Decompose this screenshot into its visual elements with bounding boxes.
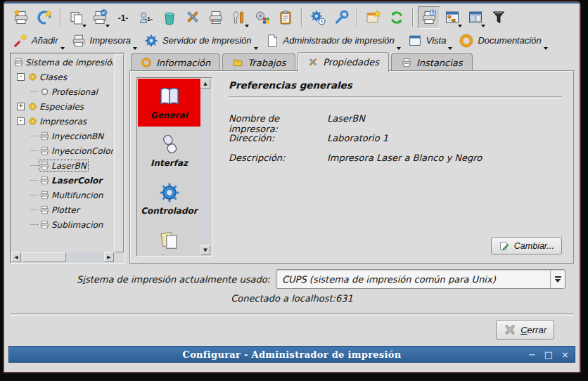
view-layout-button[interactable] xyxy=(464,6,487,29)
menu-vista-button[interactable]: Vista xyxy=(404,31,455,51)
tab-informacion[interactable]: Información xyxy=(131,53,220,71)
tree-horizontal-scrollbar[interactable]: ◀ ▶ xyxy=(11,252,114,262)
tree-vertical-scrollbar[interactable] xyxy=(114,54,124,252)
tree-item-label: Impresoras xyxy=(38,117,88,127)
chevron-down-icon[interactable] xyxy=(550,270,565,288)
tree-item-especiales[interactable]: +Especiales xyxy=(12,99,113,114)
tree-item-inyeccioncolor[interactable]: InyeccionColor xyxy=(12,143,113,158)
icon-list-scrollbar[interactable]: ▲ ▼ xyxy=(200,79,211,255)
tree-item-laserbn[interactable]: LaserBN xyxy=(12,158,113,173)
close-button[interactable]: Cerrar xyxy=(496,320,554,340)
tree-item-sublimacion[interactable]: Sublimacion xyxy=(12,217,113,232)
icon-list-label: Interfaz xyxy=(151,158,188,168)
tree-item-inyeccionbn[interactable]: InyeccionBN xyxy=(12,129,113,143)
menu-documentacion-button[interactable]: Documentación xyxy=(456,31,549,51)
configure-printer-button[interactable] xyxy=(181,6,204,29)
tree-guide xyxy=(30,195,38,195)
test-page-icon xyxy=(207,9,224,26)
change-button[interactable]: Cambiar... xyxy=(491,237,562,254)
svg-text:-1-: -1- xyxy=(145,15,153,22)
scroll-down-icon[interactable]: ▼ xyxy=(200,245,210,255)
add-special-printer-button[interactable] xyxy=(33,6,56,29)
divider xyxy=(229,96,562,99)
remove-printer-button[interactable]: -1- xyxy=(112,6,134,29)
tree-item-multifuncion[interactable]: Multifuncion xyxy=(12,188,113,202)
view-columns-icon xyxy=(467,9,484,26)
toolbar-separator xyxy=(301,8,302,27)
wrench-blue-icon xyxy=(333,9,350,26)
property-row: Descripción:Impresora Laser a Blanco y N… xyxy=(229,153,562,172)
server-configuration-button[interactable] xyxy=(307,6,329,29)
view-icons-button[interactable] xyxy=(441,6,464,29)
tab-instancias[interactable]: Instancias xyxy=(391,53,473,71)
page-rotulos[interactable]: Rótulos xyxy=(138,222,200,255)
close-button-label: Cerrar xyxy=(520,325,547,335)
scroll-right-icon[interactable]: ▶ xyxy=(104,252,114,262)
menu-impresora-button[interactable]: Impresora xyxy=(68,31,140,51)
window-titlebar[interactable]: Configurar - Administrador de impresión … xyxy=(8,346,575,363)
refresh-view-button[interactable] xyxy=(385,6,408,29)
dropdown-arrow-icon xyxy=(82,25,87,27)
window-maximize-button[interactable]: □ xyxy=(544,350,553,359)
add-wizard-button[interactable] xyxy=(362,6,385,29)
tools-crossed-icon xyxy=(184,9,201,26)
system-tools-button[interactable] xyxy=(251,6,274,29)
printer-state-button[interactable] xyxy=(89,6,111,29)
tree-item-sistema-de-impresión[interactable]: Sistema de impresión xyxy=(12,55,113,70)
scroll-left-icon[interactable]: ◀ xyxy=(11,252,21,262)
gear-blue-icon xyxy=(143,33,159,49)
page-interfaz[interactable]: Interfaz xyxy=(138,127,200,174)
gear-blue-icon xyxy=(158,181,181,205)
remove-user-quota-button[interactable]: -1- xyxy=(135,6,158,29)
collapse-icon[interactable]: - xyxy=(17,117,25,125)
menu-servidor-impresion-button[interactable]: Servidor de impresión xyxy=(141,31,260,51)
tree-item-clases[interactable]: -Clases xyxy=(12,70,113,84)
delete-printer-button[interactable] xyxy=(158,6,181,29)
tab-trabajos[interactable]: Trabajos xyxy=(222,53,295,71)
print-system-combo[interactable]: CUPS (sistema de impresión común para Un… xyxy=(276,269,565,289)
folder-yellow-icon xyxy=(232,57,243,68)
pane-title: Preferencias generales xyxy=(229,79,562,91)
divider xyxy=(10,313,574,316)
tree-item-plotter[interactable]: Plotter xyxy=(12,202,113,217)
collapse-icon[interactable]: - xyxy=(17,73,25,81)
page-controlador[interactable]: Controlador xyxy=(138,174,200,222)
server-tools-button[interactable] xyxy=(330,6,352,29)
property-value: Impresora Laser a Blanco y Negro xyxy=(327,153,562,163)
tab-propiedades[interactable]: Propiedades xyxy=(298,52,389,72)
dropdown-arrow-icon xyxy=(458,25,462,27)
window-minimize-button[interactable]: − xyxy=(528,350,536,359)
menu-anadir-button[interactable]: Añadir xyxy=(10,31,67,51)
x-gray-icon xyxy=(504,323,516,336)
wrench-orange-icon xyxy=(231,9,248,26)
tree-item-impresoras[interactable]: -Impresoras xyxy=(12,114,113,129)
toolbar-separator xyxy=(60,8,61,27)
tree-item-profesional[interactable]: Profesional xyxy=(12,84,113,99)
window-close-button[interactable]: × xyxy=(561,350,569,359)
printer-tools-button[interactable] xyxy=(228,6,250,29)
print-system-row: Sistema de impresión actualmente usado: … xyxy=(10,269,574,289)
add-printer-button[interactable] xyxy=(10,6,32,29)
window-title: Configurar - Administrador de impresión xyxy=(9,349,575,360)
dropdown-arrow-icon xyxy=(448,47,452,50)
scroll-up-icon[interactable]: ▲ xyxy=(200,79,210,89)
view-tree-icon xyxy=(444,9,461,26)
dropdown-arrow-icon xyxy=(245,25,249,27)
expand-icon[interactable]: + xyxy=(17,103,25,110)
tree-item-label: Plotter xyxy=(50,205,81,215)
view-jobs-button[interactable] xyxy=(274,6,297,29)
page-general[interactable]: General xyxy=(138,79,200,127)
menu-administrador-impresion-button[interactable]: Administrador de impresión xyxy=(262,31,403,51)
badge-yellow-icon xyxy=(27,101,38,112)
badge-yellow-icon xyxy=(27,72,38,82)
filter-printers-button[interactable] xyxy=(487,6,510,29)
printer-ring-icon xyxy=(91,9,108,26)
printer-information-button[interactable]: ? xyxy=(418,6,440,29)
tree-guide xyxy=(30,224,38,225)
print-test-page-button[interactable] xyxy=(205,6,227,29)
icon-list-label: Rótulos xyxy=(151,254,187,255)
print-documents-button[interactable] xyxy=(65,6,88,29)
tree-item-lasercolor[interactable]: LaserColor xyxy=(12,173,113,188)
dropdown-arrow-icon xyxy=(481,25,485,27)
svg-text:?: ? xyxy=(431,11,434,15)
